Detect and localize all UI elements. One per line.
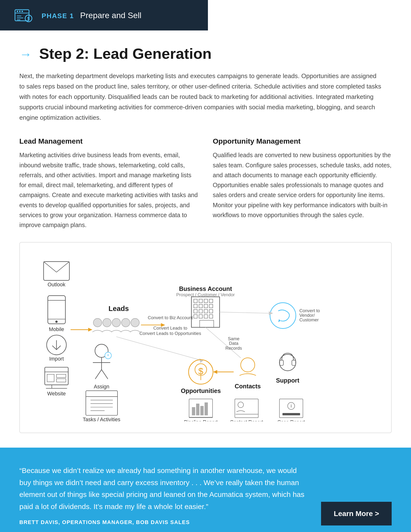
svg-text:i: i	[291, 403, 291, 408]
svg-rect-77	[200, 320, 214, 327]
svg-rect-64	[209, 299, 213, 303]
svg-text:Tasks / Activities: Tasks / Activities	[83, 417, 120, 421]
svg-rect-102	[292, 360, 296, 365]
svg-rect-24	[47, 374, 54, 382]
svg-rect-26	[56, 379, 66, 382]
svg-rect-69	[194, 310, 197, 313]
svg-text:Leads: Leads	[109, 305, 129, 313]
svg-text:Customer: Customer	[299, 317, 319, 323]
svg-text:Same: Same	[228, 336, 239, 341]
phase-number: PHASE 1	[42, 12, 74, 19]
svg-text:Records: Records	[225, 346, 242, 351]
svg-rect-67	[204, 304, 208, 308]
svg-text:Convert to Biz Account: Convert to Biz Account	[148, 315, 193, 320]
opportunity-management-section: Opportunity Management Qualified leads a…	[213, 137, 392, 230]
svg-text:Assign: Assign	[94, 384, 109, 390]
arrow-icon: →	[19, 47, 32, 61]
svg-text:Contacts: Contacts	[235, 383, 261, 390]
svg-point-100	[280, 354, 296, 371]
svg-rect-73	[194, 315, 197, 318]
svg-text:Website: Website	[47, 391, 66, 397]
quote-text-block: “Because we didn’t realize we already ha…	[19, 465, 307, 525]
svg-rect-10	[44, 262, 69, 281]
svg-rect-66	[199, 304, 203, 308]
svg-text:Convert to: Convert to	[299, 308, 320, 313]
svg-marker-90	[269, 312, 273, 315]
svg-rect-74	[199, 315, 203, 318]
svg-line-58	[116, 337, 201, 360]
svg-point-36	[121, 318, 130, 327]
quote-text: “Because we didn’t realize we already ha…	[19, 465, 307, 513]
svg-text:Pipeline Report: Pipeline Report	[184, 419, 218, 421]
svg-marker-97	[213, 370, 217, 374]
svg-point-98	[241, 358, 255, 372]
intro-paragraph: Next, the marketing department develops …	[19, 71, 382, 123]
opportunity-management-heading: Opportunity Management	[213, 137, 392, 145]
phase-icon: $	[15, 7, 34, 24]
main-content: → Step 2: Lead Generation Next, the mark…	[0, 30, 411, 433]
svg-text:Business Account: Business Account	[179, 285, 232, 292]
svg-text:Data: Data	[229, 341, 239, 346]
svg-rect-14	[48, 296, 65, 324]
svg-line-41	[95, 370, 102, 379]
lead-management-section: Lead Management Marketing activities dri…	[19, 137, 198, 230]
svg-text:+: +	[107, 353, 109, 358]
svg-rect-111	[235, 399, 258, 418]
svg-text:Mobile: Mobile	[49, 327, 64, 332]
svg-rect-25	[56, 374, 66, 378]
svg-point-3	[19, 11, 20, 12]
svg-line-12	[56, 262, 69, 272]
svg-point-34	[103, 318, 111, 327]
svg-point-4	[21, 11, 23, 12]
svg-rect-63	[204, 299, 208, 303]
svg-point-112	[238, 402, 243, 408]
learn-more-button[interactable]: Learn More >	[321, 502, 392, 525]
svg-text:Support: Support	[276, 377, 299, 384]
svg-point-35	[112, 318, 121, 327]
svg-rect-107	[200, 406, 204, 416]
svg-rect-71	[204, 310, 208, 313]
opportunity-management-text: Qualified leads are converted to new bus…	[213, 150, 392, 220]
svg-line-42	[102, 370, 108, 379]
svg-text:$: $	[27, 17, 29, 20]
svg-point-33	[93, 318, 102, 327]
svg-rect-76	[209, 315, 213, 318]
phase-label-group: PHASE 1 Prepare and Sell	[42, 11, 141, 20]
svg-line-11	[44, 262, 56, 272]
step-heading-row: → Step 2: Lead Generation	[19, 45, 392, 62]
diagram-svg: Outlook Mobile Import Website	[29, 252, 382, 421]
step-heading: Step 2: Lead Generation	[39, 45, 212, 62]
svg-rect-62	[199, 299, 203, 303]
quote-section: “Because we didn’t realize we already ha…	[0, 448, 411, 532]
svg-rect-105	[192, 407, 195, 416]
svg-rect-101	[280, 360, 284, 365]
svg-text:Case Report: Case Report	[277, 419, 305, 421]
svg-text:Convert Leads to Opportunities: Convert Leads to Opportunities	[140, 331, 201, 336]
svg-text:Vendor/: Vendor/	[299, 313, 315, 318]
svg-rect-60	[191, 297, 220, 327]
svg-rect-61	[194, 299, 197, 303]
svg-point-84	[270, 303, 296, 329]
svg-text:Import: Import	[49, 356, 64, 362]
svg-rect-65	[194, 304, 197, 308]
svg-marker-31	[88, 328, 92, 332]
svg-rect-68	[209, 304, 213, 308]
svg-rect-106	[196, 404, 199, 416]
svg-rect-46	[86, 391, 118, 416]
svg-line-89	[220, 312, 269, 314]
svg-rect-108	[205, 403, 208, 416]
svg-text:Prospect / Customer / Vendor: Prospect / Customer / Vendor	[176, 292, 235, 297]
svg-point-2	[17, 11, 18, 12]
svg-text:$: $	[198, 366, 203, 376]
svg-rect-70	[199, 310, 203, 313]
header: $ PHASE 1 Prepare and Sell	[0, 0, 208, 30]
svg-rect-75	[204, 315, 208, 318]
svg-text:Convert Leads to: Convert Leads to	[153, 326, 187, 331]
svg-text:Opportunities: Opportunities	[181, 388, 221, 394]
lead-management-heading: Lead Management	[19, 137, 198, 145]
phase-title: Prepare and Sell	[80, 11, 141, 20]
diagram-container: Outlook Mobile Import Website	[19, 242, 392, 433]
svg-text:Contact Report: Contact Report	[230, 419, 263, 421]
svg-marker-85	[278, 319, 281, 322]
svg-rect-72	[209, 310, 213, 313]
